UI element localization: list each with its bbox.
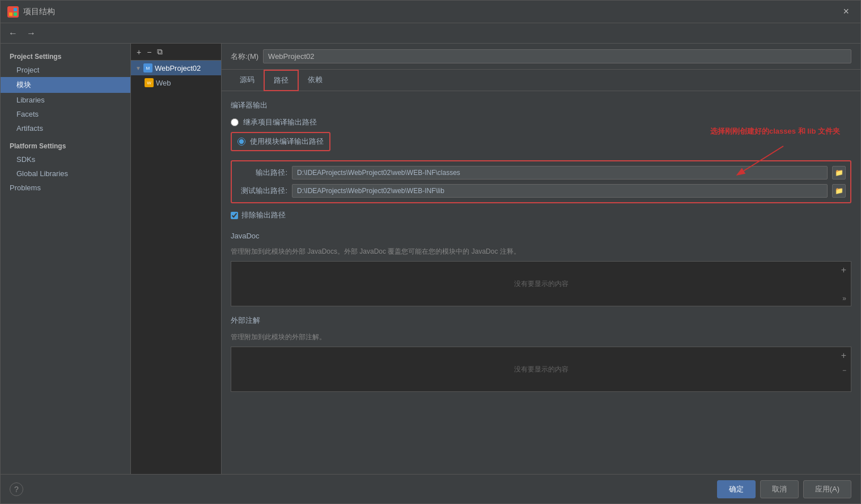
module-name-input[interactable] [263,49,851,63]
svg-rect-3 [14,12,17,16]
external-annotation-section: 外部注解 管理附加到此模块的外部注解。 没有要显示的内容 + − [231,315,851,392]
svg-rect-1 [14,8,17,11]
exclude-checkbox-row: 排除输出路径 [231,210,851,220]
test-output-path-input[interactable] [292,184,828,198]
ok-button[interactable]: 确定 [717,480,756,498]
javadoc-section-title: JavaDoc [231,232,851,240]
output-path-row: 输出路径: 📁 [236,166,846,180]
apply-button[interactable]: 应用(A) [803,480,851,498]
app-icon [7,6,19,18]
sidebar: Project Settings Project 模块 Libraries Fa… [1,44,131,474]
external-empty-text: 没有要显示的内容 [514,365,569,374]
radio-module-input[interactable] [237,138,245,146]
compiler-output-section-title: 编译器输出 [231,100,851,110]
output-path-input[interactable] [292,166,828,180]
sidebar-item-global-libraries[interactable]: Global Libraries [1,166,130,181]
sidebar-item-artifacts[interactable]: Artifacts [1,121,130,135]
window-title: 项目结构 [23,7,838,17]
tree-item-web[interactable]: W Web [131,75,221,90]
remove-module-button[interactable]: − [145,46,154,58]
sidebar-item-sdks[interactable]: SDKs [1,152,130,166]
javadoc-empty-panel: 没有要显示的内容 + » [231,261,851,306]
nav-bar: ← → [1,23,860,44]
tab-source[interactable]: 源码 [231,70,264,91]
javadoc-more-button[interactable]: » [840,293,849,304]
javadoc-add-button[interactable]: + [839,264,849,276]
module-name-row: 名称:(M) [222,44,860,70]
close-button[interactable]: × [838,3,854,20]
back-button[interactable]: ← [5,26,21,41]
tab-paths[interactable]: 路径 [264,70,299,91]
output-path-browse-button[interactable]: 📁 [832,166,846,180]
project-structure-dialog: 项目结构 × ← → Project Settings Project 模块 L… [0,0,861,504]
bottom-buttons: 确定 取消 应用(A) [717,480,851,498]
test-output-path-browse-button[interactable]: 📁 [832,184,846,198]
title-bar: 项目结构 × [1,1,860,23]
tree-item-label: WebProject02 [155,64,201,72]
bottom-bar: ? 确定 取消 应用(A) [1,474,860,503]
sidebar-item-libraries[interactable]: Libraries [1,93,130,107]
sidebar-item-problems[interactable]: Problems [1,181,130,195]
platform-settings-label: Platform Settings [1,135,130,152]
external-empty-panel: 没有要显示的内容 + − [231,347,851,392]
external-remove-button[interactable]: − [840,365,849,375]
browse-icon: 📁 [835,169,843,177]
radio-inherit-input[interactable] [231,118,239,126]
test-output-path-label: 测试输出路径: [236,186,287,196]
sidebar-item-project[interactable]: Project [1,63,130,77]
exclude-label: 排除输出路径 [241,210,286,220]
svg-rect-0 [9,8,12,11]
javadoc-empty-text: 没有要显示的内容 [514,279,569,289]
content-area: Project Settings Project 模块 Libraries Fa… [1,44,860,474]
external-annotation-desc: 管理附加到此模块的外部注解。 [231,332,851,342]
tree-toolbar: + − ⧉ [131,44,221,61]
exclude-checkbox[interactable] [231,212,238,219]
cancel-button[interactable]: 取消 [760,480,799,498]
module-tree-panel: + − ⧉ ▼ M WebProject02 W Web [131,44,222,474]
browse-icon-2: 📁 [835,187,843,195]
paths-tab-content: 编译器输出 继承项目编译输出路径 使用模块编译输出路径 [222,91,860,474]
tree-expand-arrow: ▼ [135,65,141,71]
radio-module-container: 使用模块编译输出路径 [231,132,330,151]
javadoc-section: JavaDoc 管理附加到此模块的外部 JavaDocs。外部 JavaDoc … [231,232,851,306]
external-add-button[interactable]: + [839,349,849,362]
compiler-output-radio-group: 继承项目编译输出路径 使用模块编译输出路径 [231,117,851,151]
sidebar-item-modules[interactable]: 模块 [1,77,130,93]
radio-inherit-label: 继承项目编译输出路径 [243,117,317,127]
name-field-label: 名称:(M) [231,52,258,62]
tab-deps[interactable]: 依赖 [299,70,332,91]
web-icon: W [145,78,154,87]
test-output-path-row: 测试输出路径: 📁 [236,184,846,198]
radio-inherit-item[interactable]: 继承项目编译输出路径 [231,117,851,127]
path-rows-container: 输出路径: 📁 测试输出路径: 📁 [231,160,851,203]
radio-module-label: 使用模块编译输出路径 [250,136,324,147]
output-path-label: 输出路径: [236,168,287,178]
tree-item-webproject02[interactable]: ▼ M WebProject02 [131,61,221,75]
copy-module-button[interactable]: ⧉ [155,46,165,58]
add-module-button[interactable]: + [134,46,143,58]
annotation-wrapper: 选择刚刚创建好的classes 和 lib 文件夹 [231,160,851,203]
sidebar-item-facets[interactable]: Facets [1,107,130,121]
help-button[interactable]: ? [10,482,23,496]
forward-button[interactable]: → [23,26,39,41]
radio-module-item[interactable]: 使用模块编译输出路径 [231,132,851,151]
main-panel: 名称:(M) 源码 路径 依赖 编译器输出 [222,44,860,474]
javadoc-description: 管理附加到此模块的外部 JavaDocs。外部 JavaDoc 覆盖您可能在您的… [231,247,851,257]
svg-rect-2 [9,12,12,16]
project-settings-label: Project Settings [1,48,130,63]
external-annotation-title: 外部注解 [231,315,851,326]
tree-sub-item-label: Web [156,79,171,87]
module-icon: M [143,63,152,72]
module-tabs: 源码 路径 依赖 [222,70,860,91]
